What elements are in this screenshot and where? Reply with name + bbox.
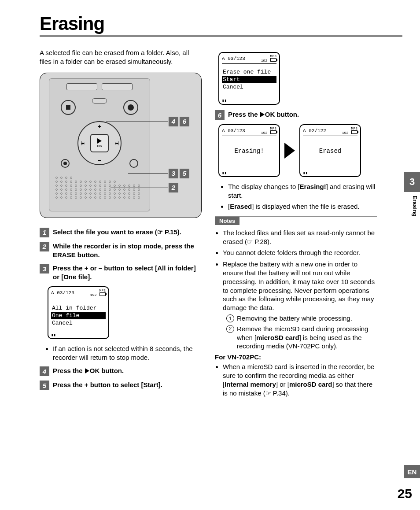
callout-3: 3 [169,169,178,178]
step-6: Press the OK button. [228,110,299,120]
ok-button-icon: OK [90,134,109,152]
arrow-right-icon [284,143,295,159]
title-rule [40,35,402,37]
callout-6: 6 [180,117,189,126]
page-number: 25 [398,486,412,501]
page-title: Erasing [40,13,402,34]
model-header: For VN-702PC: [215,353,377,361]
section-tab: 3 [404,172,420,192]
step-5: Press the + button to select [Start]. [53,381,162,390]
note-2: You cannot delete folders through the re… [223,248,377,257]
callout-5: 5 [180,169,189,178]
notes-label: Notes [215,217,239,225]
note-4: When a microSD card is inserted in the r… [223,362,377,397]
lcd-erased: A 02/122MP3192 Erased ▮▮ [299,124,361,177]
right-column: A 03/123MP3192 Erase one file Start Canc… [215,48,377,400]
language-tab: EN [404,465,420,478]
lcd-select-menu: A 03/123MP3192 All in folder One file Ca… [48,286,109,339]
left-column: A selected file can be erased from a fol… [40,48,202,400]
lcd-start-menu: A 03/123MP3192 Erase one file Start Canc… [218,52,280,105]
note-3: Replace the battery with a new one in or… [223,260,377,351]
callout-4: 4 [169,117,178,126]
step-6-bullet-2: [Erased] is displayed when the file is e… [228,202,377,211]
section-side-label: Erasing [412,196,418,217]
callout-2: 2 [169,183,178,192]
note-3-2: Remove the microSD card during processin… [237,325,377,351]
note-1: The locked files and files set as read-o… [223,229,377,246]
step-6-bullet-1: The display changes to [Erasing!] and er… [228,182,377,200]
step-3-note: If an action is not selected within 8 se… [53,344,202,362]
intro-text: A selected file can be erased from a fol… [40,48,202,67]
step-1: Select the file you want to erase (☞ P.1… [53,228,181,237]
lcd-erasing: A 03/123MP3192 Erasing! ▮▮ [218,124,280,177]
step-2: While the recorder is in stop mode, pres… [53,242,202,260]
step-4: Press the OK button. [53,366,124,376]
step-3: Press the + or – button to select [All i… [53,264,202,282]
device-diagram: +– |◂◂▸▸| OK 4 [40,73,202,218]
note-3-1: Removing the battery while processing. [237,314,352,323]
